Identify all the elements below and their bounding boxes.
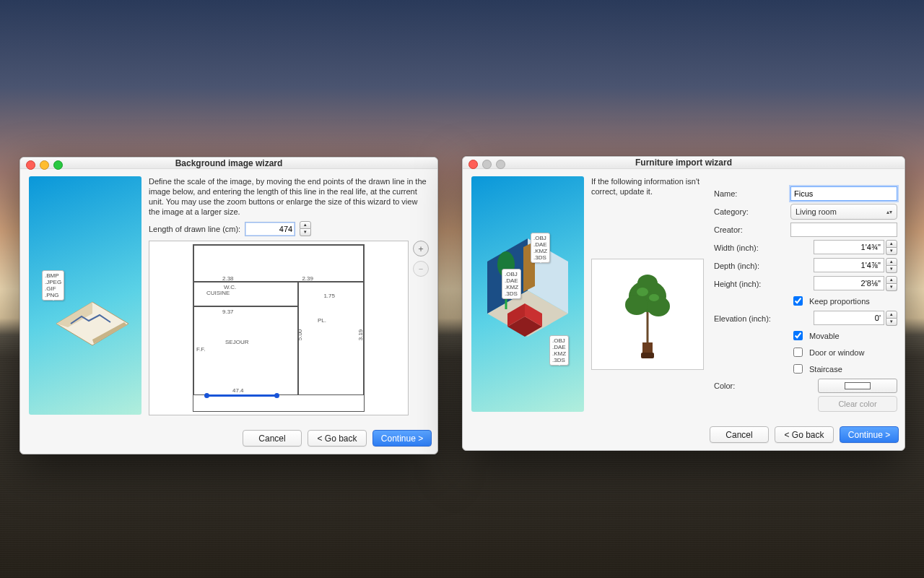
furniture-import-wizard-window: Furniture import wizard — [462, 156, 905, 451]
window-title: Furniture import wizard — [635, 158, 732, 168]
creator-input[interactable] — [790, 223, 897, 237]
wizard-sidebar-image: .OBJ .DAE .KMZ .3DS .OBJ .DAE .KMZ .3DS … — [471, 176, 584, 412]
svg-rect-13 — [641, 353, 654, 358]
width-stepper[interactable]: ▴▾ — [886, 240, 897, 255]
zoom-icon — [496, 160, 505, 169]
titlebar[interactable]: Furniture import wizard — [463, 157, 905, 169]
zoom-out-icon[interactable]: － — [413, 261, 429, 277]
category-label: Category: — [714, 207, 785, 216]
cancel-button[interactable]: Cancel — [710, 426, 769, 443]
minimize-icon — [482, 160, 492, 169]
window-title: Background image wizard — [175, 158, 283, 168]
creator-label: Creator: — [714, 225, 785, 234]
elevation-label: Elevation (inch): — [714, 314, 785, 323]
chevron-updown-icon: ▴▾ — [886, 209, 892, 215]
height-input[interactable] — [814, 276, 884, 290]
color-well[interactable] — [818, 379, 897, 393]
keep-proportions-checkbox[interactable] — [793, 296, 803, 306]
elevation-stepper[interactable]: ▴▾ — [886, 311, 897, 326]
background-image-wizard-window: Background image wizard .BMP .JPEG .GIF … — [19, 157, 438, 454]
width-label: Width (inch): — [714, 243, 785, 252]
room-3d-icon — [471, 176, 584, 412]
continue-button[interactable]: Continue > — [372, 430, 432, 447]
zoom-icon[interactable] — [53, 160, 63, 170]
ficus-tree-icon — [615, 267, 680, 361]
svg-point-19 — [637, 288, 648, 296]
staircase-checkbox[interactable] — [793, 364, 803, 374]
movable-checkbox[interactable] — [793, 331, 803, 340]
height-label: Height (inch): — [714, 280, 785, 288]
model-preview[interactable] — [591, 259, 704, 370]
close-icon[interactable] — [26, 160, 35, 170]
instructions-text: If the following information isn't corre… — [591, 176, 704, 197]
file-formats-tag: .OBJ .DAE .KMZ .3DS — [549, 335, 569, 366]
depth-stepper[interactable]: ▴▾ — [886, 258, 897, 273]
movable-label: Movable — [809, 332, 840, 340]
wizard-sidebar-image: .BMP .JPEG .GIF .PNG — [29, 176, 141, 415]
scale-line[interactable] — [206, 394, 277, 397]
category-select[interactable]: Living room ▴▾ — [790, 204, 897, 220]
width-input[interactable] — [814, 240, 884, 254]
depth-input[interactable] — [814, 258, 884, 272]
name-input[interactable] — [790, 186, 897, 201]
svg-point-16 — [625, 295, 648, 315]
file-formats-tag: .OBJ .DAE .KMZ .3DS — [502, 269, 521, 299]
height-stepper[interactable]: ▴▾ — [886, 276, 897, 291]
svg-point-20 — [649, 294, 659, 301]
door-window-checkbox[interactable] — [793, 348, 803, 357]
name-label: Name: — [714, 189, 785, 198]
cancel-button[interactable]: Cancel — [243, 430, 302, 447]
length-input[interactable] — [245, 222, 295, 236]
file-formats-tag: .OBJ .DAE .KMZ .3DS — [531, 233, 550, 263]
zoom-in-icon[interactable]: ＋ — [413, 241, 429, 256]
length-label: Length of drawn line (cm): — [149, 225, 240, 233]
depth-label: Depth (inch): — [714, 262, 785, 270]
blueprint-icon — [49, 288, 136, 360]
door-window-label: Door or window — [809, 348, 864, 357]
go-back-button[interactable]: < Go back — [775, 426, 834, 443]
close-icon[interactable] — [468, 160, 478, 169]
clear-color-button[interactable]: Clear color — [818, 396, 897, 412]
keep-proportions-label: Keep proportions — [809, 297, 870, 306]
length-stepper[interactable]: ▴▾ — [300, 221, 311, 236]
go-back-button[interactable]: < Go back — [308, 430, 367, 447]
color-label: Color: — [714, 381, 785, 390]
instructions-text: Define the scale of the image, by moving… — [149, 176, 429, 217]
elevation-input[interactable] — [814, 311, 884, 325]
floorplan-preview[interactable]: CUISINE SEJOUR W.C. PL. F.F. 9.37 2.38 2… — [149, 241, 409, 415]
titlebar[interactable]: Background image wizard — [20, 158, 437, 169]
minimize-icon[interactable] — [40, 160, 49, 170]
continue-button[interactable]: Continue > — [840, 426, 899, 443]
staircase-label: Staircase — [809, 365, 842, 374]
